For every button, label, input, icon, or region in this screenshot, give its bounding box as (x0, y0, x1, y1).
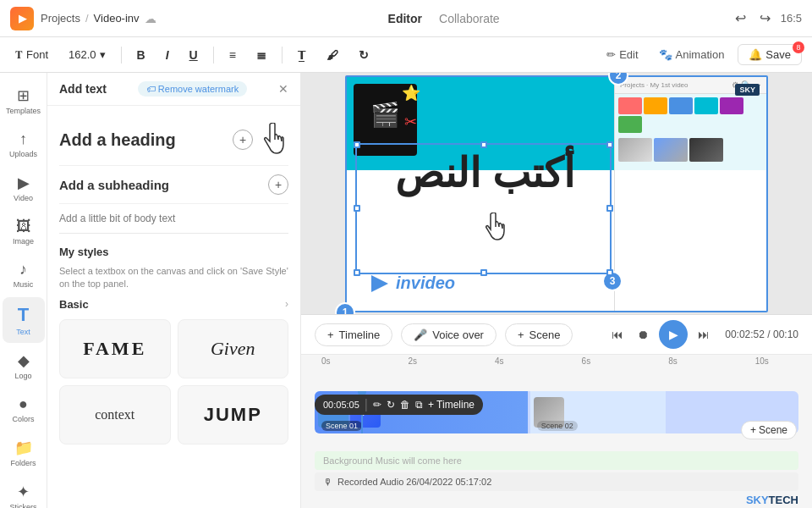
add-to-timeline-button[interactable]: + Timeline (428, 399, 475, 411)
font-label: Font (26, 48, 48, 61)
editor-right: 🎬 ⭐ ✂ Projects · My 1st video ⚙ (301, 73, 812, 508)
sidebar-item-stickers[interactable]: ✦ Stickers (3, 476, 45, 508)
undo-button[interactable]: ↩ (732, 8, 749, 28)
play-button[interactable]: ▶ (659, 320, 688, 349)
time-display: 16:5 (781, 12, 802, 25)
font-icon: 𝐓 (15, 48, 23, 62)
delete-scene-button[interactable]: 🗑 (400, 399, 410, 411)
invideo-text: invideo (396, 273, 455, 293)
text-label: Text (16, 328, 30, 336)
audio-label: Recorded Audio 26/04/2022 05:17:02 (337, 477, 491, 487)
timeline-icon: + (327, 329, 334, 341)
image-icon: 🖼 (16, 218, 31, 235)
font-jump-text: JUMP (204, 404, 262, 426)
colors-label: Colors (12, 415, 34, 423)
align-left-button[interactable]: ≡ (224, 45, 241, 65)
my-styles-desc: Select a textbox on the canvas and click… (59, 265, 288, 291)
align-center-button[interactable]: ≣ (251, 45, 272, 65)
add-scene-button[interactable]: + Scene (741, 421, 797, 439)
see-all-button[interactable]: › (285, 298, 288, 310)
music-icon: ♪ (19, 261, 27, 279)
arabic-text[interactable]: أكتب النص (359, 149, 610, 196)
project-name: Video-inv (94, 12, 140, 25)
font-fame-text: FAME (83, 338, 146, 360)
add-body-option[interactable]: Add a little bit of body text (59, 204, 288, 234)
rotate-button[interactable]: ↻ (354, 45, 374, 65)
add-subheading-button[interactable]: + (268, 174, 288, 195)
bold-button[interactable]: B (132, 45, 151, 65)
scene-2-label: Scene 02 (537, 421, 578, 431)
font-card-given[interactable]: Given (178, 319, 289, 378)
collaborate-tab[interactable]: Collaborate (439, 12, 500, 25)
sky-tech-area: SKYTECH (301, 493, 812, 508)
record-button[interactable]: ⏺ (634, 324, 652, 345)
underline-button[interactable]: U (184, 45, 203, 65)
thumbnail-row (615, 136, 766, 163)
color-swatches (615, 94, 766, 136)
timeline-tab-button[interactable]: + Timeline (315, 323, 392, 346)
sidebar-item-templates[interactable]: ⊞ Templates (3, 80, 45, 122)
skip-fwd-button[interactable]: ⏭ (694, 324, 713, 345)
add-heading-button[interactable]: + (233, 130, 253, 150)
cursor-hand-icon (258, 123, 288, 157)
font-selector[interactable]: 𝐓 Font (10, 45, 53, 65)
timeline-section: 00:05:05 | ✏ ↻ 🗑 ⧉ + Timeline He (301, 391, 812, 449)
scene-2-block[interactable]: Scene 02 (530, 391, 666, 433)
italic-button[interactable]: I (161, 45, 174, 65)
sidebar-item-text[interactable]: T Text (3, 297, 45, 343)
canvas-right-panel: Projects · My 1st video ⚙ 🔍 ⋯ (614, 77, 766, 312)
animation-icon: 🐾 (659, 48, 672, 61)
duplicate-scene-button[interactable]: ⧉ (415, 399, 423, 411)
scene-icon: + (518, 329, 524, 341)
sidebar-item-video[interactable]: ▶ Video (3, 167, 45, 209)
image-label: Image (13, 237, 34, 246)
voiceover-tab-button[interactable]: 🎤 Voice over (401, 323, 497, 346)
animation-button[interactable]: 🐾 Animation (652, 45, 732, 64)
sidebar-item-image[interactable]: 🖼 Image (3, 211, 45, 252)
edit-scene-button[interactable]: ✏ (373, 399, 381, 411)
uploads-label: Uploads (9, 150, 37, 158)
text-position-button[interactable]: T̲ (293, 45, 311, 65)
font-size-selector[interactable]: 162.0 ▾ (63, 45, 111, 64)
timeline-actions-popup: 00:05:05 | ✏ ↻ 🗑 ⧉ + Timeline (315, 395, 483, 415)
projects-link[interactable]: Projects (41, 12, 80, 25)
add-subheading-option[interactable]: Add a subheading + (59, 166, 288, 204)
sidebar-item-colors[interactable]: ● Colors (3, 389, 45, 430)
editor-tab[interactable]: Editor (388, 12, 422, 25)
font-card-fame[interactable]: FAME (59, 319, 171, 378)
canvas[interactable]: 🎬 ⭐ ✂ Projects · My 1st video ⚙ (345, 75, 768, 312)
toolbar: 𝐓 Font 162.0 ▾ B I U ≡ ≣ T̲ 🖌 ↻ ✏ Edit 🐾… (0, 37, 812, 73)
folders-icon: 📁 (14, 439, 33, 457)
edit-button[interactable]: ✏ Edit (600, 45, 645, 64)
sidebar-item-music[interactable]: ♪ Music (3, 254, 45, 295)
logo-label: Logo (14, 372, 31, 380)
star-icon: ⭐ (402, 84, 420, 102)
skip-back-button[interactable]: ⏮ (608, 324, 627, 345)
panel-title: Add text (59, 82, 107, 96)
remove-watermark-button[interactable]: 🏷 Remove watermark (138, 81, 247, 97)
stickers-label: Stickers (9, 503, 36, 508)
font-card-jump[interactable]: JUMP (178, 385, 289, 444)
sidebar-item-logo[interactable]: ◆ Logo (3, 345, 45, 387)
canvas-area: 🎬 ⭐ ✂ Projects · My 1st video ⚙ (301, 73, 812, 314)
toolbar-separator-1 (121, 47, 122, 64)
font-given-text: Given (211, 338, 255, 360)
scene-tab-button[interactable]: + Scene (505, 323, 573, 346)
app-logo[interactable]: ▶ (10, 7, 34, 30)
folders-label: Folders (10, 459, 36, 467)
font-card-context[interactable]: context (59, 385, 171, 444)
logo-icon: ◆ (18, 351, 30, 370)
redo-button[interactable]: ↪ (756, 8, 774, 28)
panel-close-button[interactable]: ✕ (278, 82, 288, 96)
sidebar-item-uploads[interactable]: ↑ Uploads (3, 124, 45, 165)
basic-section-header: Basic › (59, 298, 288, 311)
add-heading-option[interactable]: Add a heading + (59, 114, 288, 166)
sidebar-item-folders[interactable]: 📁 Folders (3, 432, 45, 474)
brush-button[interactable]: 🖌 (321, 45, 343, 65)
video-label: Video (14, 194, 33, 202)
loop-button[interactable]: ↻ (387, 399, 395, 411)
stickers-icon: ✦ (17, 483, 30, 501)
save-button[interactable]: 🔔 Save 8 (738, 44, 802, 65)
audio-icon: 🎙 (323, 477, 332, 487)
scissors-icon: ✂ (404, 113, 417, 131)
